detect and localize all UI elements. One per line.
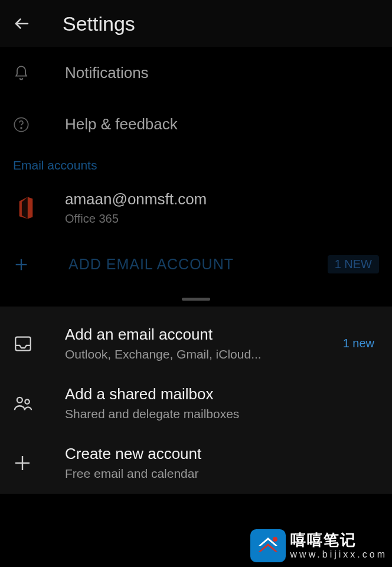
account-row[interactable]: amaan@onmsft.com Office 365	[0, 178, 392, 241]
watermark-url: www.bijixx.com	[290, 550, 387, 559]
bell-icon	[13, 65, 39, 82]
inbox-icon	[13, 334, 39, 354]
new-badge: 1 NEW	[328, 255, 379, 273]
sheet-item-title: Create new account	[65, 445, 201, 463]
settings-item-label: Help & feedback	[65, 115, 178, 133]
sheet-item-create-account[interactable]: Create new account Free email and calend…	[0, 434, 392, 494]
app-header: Settings	[0, 0, 392, 47]
drag-handle-icon	[182, 298, 210, 301]
office365-icon	[13, 195, 39, 221]
help-icon	[13, 116, 39, 133]
sheet-item-subtitle: Outlook, Exchange, Gmail, iCloud...	[65, 347, 262, 361]
sheet-item-subtitle: Free email and calendar	[65, 467, 201, 481]
back-button[interactable]	[13, 15, 37, 32]
settings-item-help[interactable]: Help & feedback	[0, 99, 392, 150]
sheet-item-subtitle: Shared and delegate mailboxes	[65, 407, 239, 421]
watermark: 嘻嘻笔记 www.bijixx.com	[250, 529, 387, 562]
account-provider: Office 365	[65, 212, 207, 226]
settings-item-label: Notifications	[65, 64, 149, 82]
sheet-item-title: Add a shared mailbox	[65, 385, 239, 403]
watermark-logo-icon	[250, 529, 286, 562]
sheet-item-title: Add an email account	[65, 325, 262, 344]
people-icon	[13, 393, 39, 413]
watermark-text: 嘻嘻笔记	[290, 532, 387, 548]
bottom-sheet-handle[interactable]	[0, 291, 392, 307]
sheet-item-shared-mailbox[interactable]: Add a shared mailbox Shared and delegate…	[0, 374, 392, 434]
sheet-item-add-email[interactable]: Add an email account Outlook, Exchange, …	[0, 315, 392, 374]
sheet-new-badge: 1 new	[343, 337, 379, 350]
section-header-email-accounts: Email accounts	[0, 150, 392, 178]
settings-list: Notifications Help & feedback Email acco…	[0, 47, 392, 291]
add-email-account-row[interactable]: ADD EMAIL ACCOUNT 1 NEW	[0, 241, 392, 291]
plus-icon	[13, 256, 39, 273]
svg-point-12	[273, 537, 277, 542]
bottom-sheet: Add an email account Outlook, Exchange, …	[0, 307, 392, 494]
page-title: Settings	[63, 12, 135, 35]
account-email: amaan@onmsft.com	[65, 190, 207, 208]
back-arrow-icon	[13, 15, 31, 32]
plus-icon	[13, 454, 39, 472]
settings-item-notifications[interactable]: Notifications	[0, 47, 392, 99]
svg-point-2	[21, 127, 22, 128]
svg-point-7	[25, 399, 29, 403]
add-email-account-label: ADD EMAIL ACCOUNT	[68, 256, 234, 273]
svg-point-6	[17, 397, 22, 402]
